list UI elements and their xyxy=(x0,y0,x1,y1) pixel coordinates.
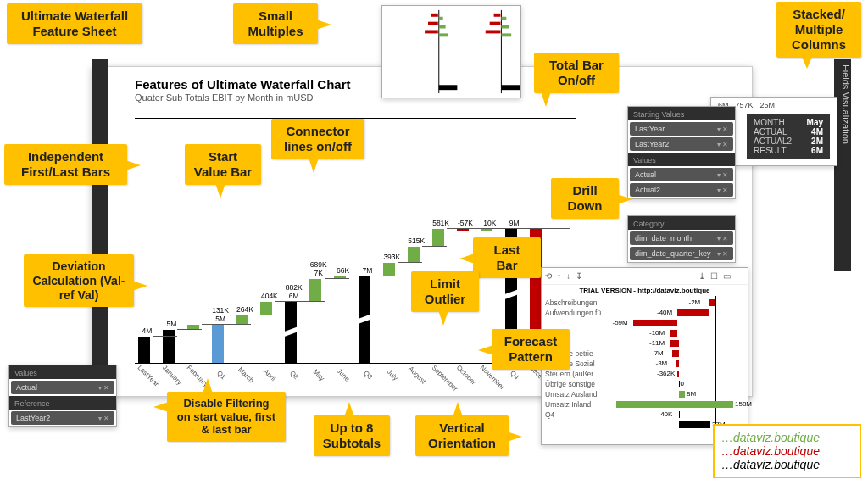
horizontal-chart-card[interactable]: ⟲↑↓↧⤓☐▭⋯ TRIAL VERSION - http://dataviz.… xyxy=(541,267,748,445)
bar[interactable] xyxy=(408,247,420,263)
hz-bar[interactable] xyxy=(633,320,678,326)
bar[interactable] xyxy=(212,325,224,364)
hz-tool-icon[interactable]: ↑ xyxy=(557,271,561,281)
hz-row[interactable]: Sonstige betrie-7M xyxy=(542,348,748,358)
hz-bar[interactable] xyxy=(679,411,681,418)
svg-rect-3 xyxy=(428,22,438,25)
hz-tool-icon[interactable] xyxy=(587,271,693,281)
hz-row[interactable]: -59M xyxy=(542,318,748,327)
wf-col-9[interactable]: 7MQ3 xyxy=(355,135,380,364)
hz-toolbar[interactable]: ⟲↑↓↧⤓☐▭⋯ xyxy=(542,268,748,285)
bar-label: 5M xyxy=(159,320,184,328)
hz-bar[interactable] xyxy=(679,391,686,398)
cat-label: April xyxy=(259,364,281,387)
field-pill[interactable]: Actual▾ ✕ xyxy=(630,168,733,181)
hz-tool-icon[interactable]: ↧ xyxy=(576,271,582,281)
hz-tool-icon[interactable]: ▭ xyxy=(723,271,731,281)
hz-row[interactable]: Umsatz Ausland8M xyxy=(542,389,748,399)
cat-label: Q3 xyxy=(357,364,380,387)
bar-label: 131K 5M xyxy=(209,306,233,323)
hz-bar[interactable] xyxy=(670,340,679,347)
well-section: Values xyxy=(9,365,116,379)
bar[interactable] xyxy=(163,330,175,365)
bar[interactable] xyxy=(457,229,469,231)
bar[interactable] xyxy=(481,229,492,231)
callout-last: Last Bar xyxy=(473,237,541,278)
hz-bar[interactable] xyxy=(709,299,716,306)
callout-vertical: Vertical Orientation xyxy=(415,415,509,456)
bar-label: 404K xyxy=(257,292,281,300)
field-pill[interactable]: Actual2▾ ✕ xyxy=(630,183,733,197)
cat-label: September xyxy=(430,364,453,387)
svg-rect-5 xyxy=(425,30,438,33)
hz-row[interactable]: Aufwendungen fü-40M xyxy=(542,308,748,317)
field-pill[interactable]: LastYear▾ ✕ xyxy=(630,122,733,136)
hz-bar[interactable] xyxy=(672,350,679,357)
hz-val: -11M xyxy=(649,339,665,347)
hz-bar[interactable] xyxy=(679,381,680,387)
hz-val: -2M xyxy=(689,298,701,306)
bar[interactable] xyxy=(309,279,321,302)
cat-label: October xyxy=(454,364,477,387)
callout-total: Total Bar On/off xyxy=(534,53,619,93)
hz-bar[interactable] xyxy=(676,360,679,367)
field-pill[interactable]: dim_date_month▾ ✕ xyxy=(630,231,733,245)
svg-rect-6 xyxy=(439,33,448,36)
wf-col-10[interactable]: 393KJuly xyxy=(380,135,404,364)
hz-tool-icon[interactable]: ☐ xyxy=(710,271,718,281)
hz-tool-icon[interactable]: ↓ xyxy=(566,271,570,281)
hz-bar[interactable] xyxy=(677,371,679,377)
wf-col-1[interactable]: 5MJanuary xyxy=(159,135,184,364)
hz-row[interactable]: Abschreibungen-2M xyxy=(542,298,748,307)
cat-label: LastYear xyxy=(136,364,159,387)
hz-cat: Steuern (außer xyxy=(542,370,615,378)
field-pill[interactable]: LastYear2▾ ✕ xyxy=(11,411,114,425)
hz-tool-icon[interactable]: ⋯ xyxy=(736,271,744,281)
hz-row[interactable]: Q4-40K xyxy=(542,410,748,419)
bar[interactable] xyxy=(138,337,150,364)
callout-small: Small Multiples xyxy=(233,3,318,44)
chart-title: Features of Ultimate Waterfall Chart xyxy=(135,77,351,92)
hz-row[interactable]: Steuern (außer-362K xyxy=(542,369,748,378)
tip-h2: 25M xyxy=(760,101,776,109)
bar-label: -57K xyxy=(453,219,478,227)
hz-chart[interactable]: Abschreibungen-2MAufwendungen fü-40M-59M… xyxy=(542,296,748,438)
hz-val: -40M xyxy=(657,309,672,316)
callout-disable: Disable Filtering on start value, first … xyxy=(167,392,286,442)
hz-bar[interactable] xyxy=(677,309,709,316)
hz-row[interactable]: Übrige sonstige0 xyxy=(542,379,748,388)
hz-row[interactable]: -11M xyxy=(542,338,748,348)
hz-row[interactable]: Sonstige Sozial-3M xyxy=(542,359,748,368)
hz-bar[interactable] xyxy=(679,421,711,428)
bar-label: 4M xyxy=(135,326,159,335)
field-pill[interactable]: LastYear2▾ ✕ xyxy=(630,137,733,151)
hz-row[interactable]: Umsatz Inland158M xyxy=(542,399,748,409)
hz-val: -3M xyxy=(656,360,668,367)
bar[interactable] xyxy=(432,229,444,248)
cat-label: March xyxy=(234,364,257,387)
wf-col-11[interactable]: 515KAugust xyxy=(404,135,429,364)
field-pill[interactable]: dim_date_quarter_key▾ ✕ xyxy=(630,247,733,260)
field-well-values[interactable]: ValuesActual▾ ✕ReferenceLastYear2▾ ✕ xyxy=(8,365,117,427)
field-well-starting[interactable]: Starting ValuesLastYear▾ ✕LastYear2▾ ✕Va… xyxy=(627,106,736,199)
bar-label: 882K 6M xyxy=(281,283,306,300)
svg-rect-12 xyxy=(501,25,509,29)
cat-label: August xyxy=(405,364,428,387)
wf-col-8[interactable]: 66KJune xyxy=(331,135,355,364)
small-multiples-card[interactable] xyxy=(381,5,521,98)
wf-col-12[interactable]: 581KSeptember xyxy=(429,135,453,364)
bar[interactable] xyxy=(383,263,395,276)
wf-col-6[interactable]: 882K 6MQ2 xyxy=(281,135,306,364)
field-pill[interactable]: Actual▾ ✕ xyxy=(11,381,114,394)
hz-tool-icon[interactable]: ⟲ xyxy=(545,271,552,281)
bar[interactable] xyxy=(260,302,272,315)
field-well-category[interactable]: Categorydim_date_month▾ ✕dim_date_quarte… xyxy=(627,215,736,263)
callout-independent: Independent First/Last Bars xyxy=(4,144,127,185)
hz-bar[interactable] xyxy=(670,330,677,337)
hz-bar[interactable] xyxy=(616,401,733,408)
hz-val: -7M xyxy=(652,349,664,357)
svg-rect-13 xyxy=(486,30,501,33)
hz-row[interactable]: -10M xyxy=(542,328,748,337)
hz-tool-icon[interactable]: ⤓ xyxy=(698,271,705,281)
hz-cat: Umsatz Inland xyxy=(542,400,615,409)
